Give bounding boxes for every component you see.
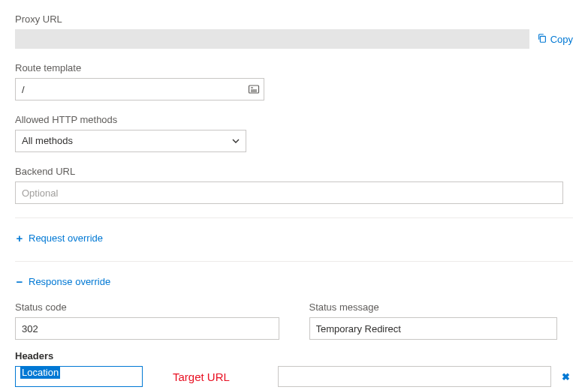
- plus-icon: +: [15, 232, 24, 244]
- request-override-label: Request override: [29, 232, 103, 244]
- status-message-group: Status message: [309, 302, 574, 340]
- backend-url-label: Backend URL: [15, 166, 573, 177]
- header-key-text: Location: [20, 366, 60, 379]
- request-override-toggle[interactable]: + Request override: [15, 232, 103, 244]
- response-override-toggle[interactable]: − Response override: [15, 275, 110, 288]
- copy-label: Copy: [550, 34, 573, 45]
- svg-rect-0: [540, 36, 545, 42]
- status-code-input[interactable]: [15, 317, 279, 340]
- headers-block: Headers Location Target URL ✖ + Add head…: [15, 350, 573, 390]
- response-override-label: Response override: [29, 276, 110, 287]
- proxy-url-group: Proxy URL Copy: [15, 14, 573, 49]
- route-template-wrap: [15, 78, 264, 100]
- divider: [15, 218, 573, 218]
- http-methods-group: Allowed HTTP methods All methods: [15, 114, 573, 152]
- status-row: Status code Status message: [15, 302, 573, 340]
- backend-url-group: Backend URL: [15, 166, 573, 204]
- header-value-input[interactable]: [278, 366, 551, 387]
- divider: [15, 261, 573, 262]
- status-code-group: Status code: [15, 302, 279, 340]
- status-code-label: Status code: [15, 302, 279, 313]
- route-template-group: Route template: [15, 62, 573, 100]
- remove-header-button[interactable]: ✖: [559, 371, 573, 382]
- proxy-url-label: Proxy URL: [15, 14, 573, 25]
- proxy-url-value: [15, 29, 529, 49]
- header-annotation: Target URL: [150, 370, 270, 383]
- route-template-input[interactable]: [15, 78, 264, 100]
- header-key-input[interactable]: Location: [15, 366, 143, 387]
- header-row: Location Target URL ✖: [15, 366, 573, 387]
- headers-label: Headers: [15, 350, 573, 362]
- backend-url-input[interactable]: [15, 182, 563, 204]
- status-message-input[interactable]: [309, 317, 557, 340]
- http-methods-select[interactable]: All methods: [15, 130, 246, 152]
- http-methods-label: Allowed HTTP methods: [15, 114, 573, 125]
- http-methods-wrap: All methods: [15, 130, 246, 152]
- proxy-url-row: Copy: [15, 29, 573, 49]
- copy-button[interactable]: Copy: [537, 33, 573, 46]
- card-icon: [248, 83, 260, 95]
- route-template-label: Route template: [15, 62, 573, 74]
- status-message-label: Status message: [309, 302, 574, 313]
- minus-icon: −: [15, 275, 24, 288]
- copy-icon: [537, 33, 547, 46]
